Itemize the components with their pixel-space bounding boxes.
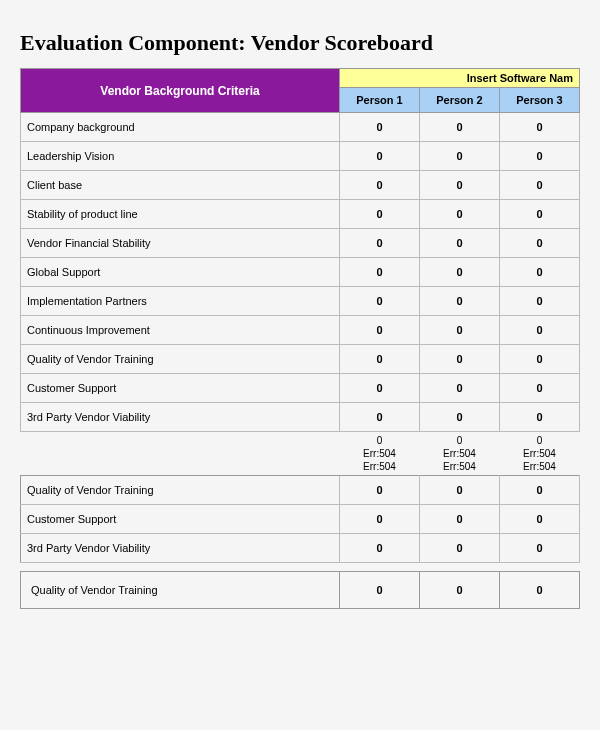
criteria-label: Stability of product line (21, 200, 340, 229)
score-cell: 0 (339, 200, 419, 229)
score-cell: 0 (499, 374, 579, 403)
software-name-header: Insert Software Nam (339, 69, 579, 88)
criteria-label: Company background (21, 113, 340, 142)
score-cell: 0 (339, 572, 419, 609)
table-row: Customer Support000 (21, 374, 580, 403)
score-cell: 0 (499, 316, 579, 345)
score-cell: 0 (339, 113, 419, 142)
score-cell: 0 (339, 374, 419, 403)
table-row: Leadership Vision000 (21, 142, 580, 171)
table-row: Implementation Partners000 (21, 287, 580, 316)
score-cell: 0 (499, 142, 579, 171)
score-cell: 0 (419, 287, 499, 316)
table-row: 3rd Party Vendor Viability000 (21, 534, 580, 563)
score-cell: 0 (419, 229, 499, 258)
person-header-3: Person 3 (499, 88, 579, 113)
criteria-label: Implementation Partners (21, 287, 340, 316)
score-cell: 0 (339, 258, 419, 287)
score-cell: 0 (339, 505, 419, 534)
score-cell: 0 (339, 142, 419, 171)
table-row: 3rd Party Vendor Viability000 (21, 403, 580, 432)
score-cell: 0 (339, 287, 419, 316)
table-row: Client base000 (21, 171, 580, 200)
criteria-label: 3rd Party Vendor Viability (21, 403, 340, 432)
score-cell: 0 (419, 142, 499, 171)
criteria-label: Quality of Vendor Training (21, 572, 340, 609)
table-row: Company background000 (21, 113, 580, 142)
score-cell: 0 (419, 171, 499, 200)
score-cell: 0 (419, 316, 499, 345)
score-cell: 0 (419, 200, 499, 229)
score-cell: 0 (419, 258, 499, 287)
score-cell: 0 (499, 476, 579, 505)
score-cell: 0 (499, 200, 579, 229)
score-cell: 0 (419, 345, 499, 374)
score-cell: 0 (419, 113, 499, 142)
criteria-label: Vendor Financial Stability (21, 229, 340, 258)
criteria-label: Customer Support (21, 505, 340, 534)
score-cell: 0 (499, 345, 579, 374)
error-cell: 0 Err:504 Err:504 (419, 432, 499, 476)
score-cell: 0 (339, 534, 419, 563)
criteria-label: Global Support (21, 258, 340, 287)
score-cell: 0 (419, 476, 499, 505)
error-cell: 0 Err:504 Err:504 (499, 432, 579, 476)
score-cell: 0 (499, 534, 579, 563)
score-cell: 0 (499, 171, 579, 200)
criteria-label: Customer Support (21, 374, 340, 403)
table-row: Global Support000 (21, 258, 580, 287)
person-header-1: Person 1 (339, 88, 419, 113)
score-cell: 0 (499, 287, 579, 316)
criteria-label: Client base (21, 171, 340, 200)
score-cell: 0 (419, 572, 499, 609)
person-header-2: Person 2 (419, 88, 499, 113)
score-cell: 0 (339, 229, 419, 258)
page-title: Evaluation Component: Vendor Scoreboard (20, 30, 580, 56)
criteria-label: 3rd Party Vendor Viability (21, 534, 340, 563)
table-row: Vendor Financial Stability000 (21, 229, 580, 258)
table-row: Quality of Vendor Training000 (21, 345, 580, 374)
score-cell: 0 (339, 403, 419, 432)
score-cell: 0 (419, 505, 499, 534)
score-cell: 0 (419, 534, 499, 563)
table-row: Stability of product line000 (21, 200, 580, 229)
scoreboard-table: Vendor Background Criteria Insert Softwa… (20, 68, 580, 609)
table-row: Continuous Improvement000 (21, 316, 580, 345)
score-cell: 0 (339, 316, 419, 345)
criteria-label: Quality of Vendor Training (21, 345, 340, 374)
score-cell: 0 (339, 345, 419, 374)
error-cell: 0 Err:504 Err:504 (339, 432, 419, 476)
score-cell: 0 (499, 113, 579, 142)
score-cell: 0 (499, 258, 579, 287)
table-row: Quality of Vendor Training000 (21, 572, 580, 609)
score-cell: 0 (499, 572, 579, 609)
criteria-label: Continuous Improvement (21, 316, 340, 345)
score-cell: 0 (499, 229, 579, 258)
error-row: 0 Err:504 Err:504 0 Err:504 Err:504 0 Er… (21, 432, 580, 476)
table-row: Customer Support000 (21, 505, 580, 534)
table-row: Quality of Vendor Training000 (21, 476, 580, 505)
criteria-header: Vendor Background Criteria (21, 69, 340, 113)
score-cell: 0 (499, 403, 579, 432)
score-cell: 0 (339, 476, 419, 505)
score-cell: 0 (419, 403, 499, 432)
score-cell: 0 (499, 505, 579, 534)
score-cell: 0 (339, 171, 419, 200)
score-cell: 0 (419, 374, 499, 403)
criteria-label: Leadership Vision (21, 142, 340, 171)
criteria-label: Quality of Vendor Training (21, 476, 340, 505)
